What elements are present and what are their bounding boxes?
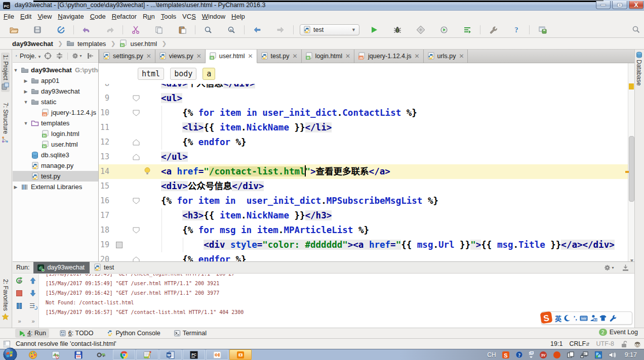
close-tab-icon[interactable]: ✕ xyxy=(415,54,420,59)
punctuation-icon[interactable]: ’, xyxy=(573,314,578,322)
tab-login.html[interactable]: Hlogin.html✕ xyxy=(302,50,355,63)
event-log-button[interactable]: 2 Event Log xyxy=(599,329,638,336)
menu-tools[interactable]: Tools xyxy=(158,11,179,22)
hide-panel-button[interactable] xyxy=(87,52,94,60)
tab-settings.py[interactable]: settings.py✕ xyxy=(99,50,155,63)
tab-test.py[interactable]: test.py✕ xyxy=(257,50,302,63)
menu-refactor[interactable]: Refactor xyxy=(109,11,140,22)
save-all-button[interactable] xyxy=(26,24,49,36)
close-tab-icon[interactable]: ✕ xyxy=(146,54,151,59)
locate-button[interactable] xyxy=(44,52,52,60)
sogou-logo-icon[interactable]: S xyxy=(540,310,553,325)
breadcrumb-templates[interactable]: templates❯ xyxy=(66,39,119,48)
intention-lightbulb-icon[interactable] xyxy=(144,167,151,176)
start-orb-icon[interactable] xyxy=(2,347,19,360)
tray-usb-tray[interactable] xyxy=(594,351,602,359)
menu-edit[interactable]: Edit xyxy=(17,11,34,22)
close-tab-icon[interactable]: ✕ xyxy=(196,54,202,59)
minimize-button[interactable] xyxy=(596,1,611,9)
maximize-button[interactable] xyxy=(612,1,627,9)
tray-dot-tray[interactable] xyxy=(553,351,561,359)
collapsed-arrow-icon[interactable]: ▶ xyxy=(23,89,28,94)
menu-window[interactable]: Window xyxy=(199,11,228,22)
taskbar-capture-app[interactable] xyxy=(229,349,252,360)
taskbar-word-app[interactable]: W xyxy=(159,349,182,360)
tray-language-indicator[interactable]: CH xyxy=(487,351,496,358)
tool-button-4--run[interactable]: 4: Run xyxy=(15,329,49,338)
taskbar-notepad-app[interactable] xyxy=(136,349,158,360)
back-button[interactable] xyxy=(246,24,269,36)
search-icon[interactable] xyxy=(632,25,640,33)
inspections-hector-icon[interactable] xyxy=(634,340,641,348)
fold-marker-icon[interactable] xyxy=(133,256,140,261)
editor-breadcrumb-body[interactable]: body xyxy=(170,68,196,80)
taskbar-photos-app[interactable] xyxy=(206,349,228,360)
fold-marker-icon[interactable] xyxy=(133,110,140,116)
person-icon[interactable]: 30 xyxy=(590,314,597,322)
find-button[interactable] xyxy=(196,24,220,36)
undo-button[interactable] xyxy=(75,24,98,36)
moon-icon[interactable] xyxy=(564,314,571,322)
run-settings-gear-icon[interactable]: ▼ xyxy=(603,264,615,272)
restore-layout-button[interactable] xyxy=(26,299,39,312)
fold-marker-icon[interactable] xyxy=(133,154,140,160)
profiler-button[interactable] xyxy=(432,24,456,36)
line-ending-widget[interactable]: CRLF⇵ xyxy=(569,340,589,347)
tree-item-External-Libraries[interactable]: ▶External Libraries xyxy=(13,182,98,192)
fold-marker-icon[interactable] xyxy=(133,227,140,234)
lock-open-icon[interactable] xyxy=(621,340,627,348)
keyboard-icon[interactable] xyxy=(580,315,588,322)
run-configuration-select[interactable]: test▼ xyxy=(300,24,359,35)
editor-scrollbar[interactable] xyxy=(629,136,634,202)
taskbar-floppy-app[interactable] xyxy=(67,349,90,360)
tool-button-favorites[interactable]: 2: Favorites xyxy=(2,279,9,321)
stop-button[interactable] xyxy=(13,287,26,299)
start-button[interactable] xyxy=(0,349,21,360)
expanded-arrow-icon[interactable]: ▼ xyxy=(23,100,28,105)
debug-button[interactable] xyxy=(386,24,409,36)
tray-clock[interactable]: 9:17 xyxy=(625,351,637,358)
run-button[interactable] xyxy=(363,24,386,36)
caret-position-widget[interactable]: 19:1 xyxy=(550,340,562,347)
menu-code[interactable]: Code xyxy=(87,11,109,22)
breadcrumb-day93wechat[interactable]: day93wechat❯ xyxy=(11,40,66,48)
tray-hiddens-icon[interactable] xyxy=(529,351,534,358)
skin-shirt-icon[interactable] xyxy=(599,314,607,322)
close-button[interactable]: X xyxy=(629,1,643,9)
close-tab-icon[interactable]: ✕ xyxy=(459,54,464,59)
run-tab-test[interactable]: test xyxy=(90,262,119,274)
tree-item-jquery-1.12.4.js[interactable]: JSjquery-1.12.4.js xyxy=(13,107,98,118)
more-actions-chevron[interactable]: » xyxy=(26,318,39,324)
tree-item-db.sqlite3[interactable]: db.sqlite3 xyxy=(13,150,98,160)
rerun-button[interactable] xyxy=(13,274,26,287)
export-settings-button[interactable] xyxy=(531,24,554,36)
tree-item-static[interactable]: ▼static xyxy=(13,97,98,107)
tree-item-manage.py[interactable]: manage.py xyxy=(13,160,98,171)
pause-button[interactable] xyxy=(13,299,26,312)
collapsed-arrow-icon[interactable]: ▶ xyxy=(13,185,18,190)
tool-button-python-console[interactable]: Python Console xyxy=(103,329,163,338)
fold-marker-icon[interactable] xyxy=(133,198,140,204)
replace-button[interactable]: a xyxy=(220,24,243,36)
collapsed-arrow-icon[interactable]: ▶ xyxy=(23,78,28,83)
tool-window-switcher-icon[interactable] xyxy=(3,340,11,348)
synchronize-button[interactable] xyxy=(49,24,72,36)
taskbar-snipping-app[interactable] xyxy=(44,349,67,360)
tray-pages-tray[interactable] xyxy=(567,351,575,359)
copy-button[interactable] xyxy=(147,24,171,36)
tree-item-app01[interactable]: ▶app01 xyxy=(13,75,98,86)
tool-button-6--todo[interactable]: 6: TODO xyxy=(56,329,97,338)
tray-security-tray[interactable]: ЗV xyxy=(539,351,547,359)
tray-help-tray[interactable]: ? xyxy=(515,351,523,358)
taskbar-chrome-app[interactable] xyxy=(113,349,135,360)
taskbar-pycharm-app[interactable]: PC xyxy=(183,349,205,360)
more-actions-chevron[interactable]: » xyxy=(13,318,26,324)
tree-item-test.py[interactable]: test.py xyxy=(13,171,98,182)
menu-run[interactable]: Run xyxy=(140,11,158,22)
taskbar-key-app[interactable] xyxy=(90,349,112,360)
tab-urls.py[interactable]: urls.py✕ xyxy=(424,50,468,63)
menu-view[interactable]: View xyxy=(34,11,55,22)
close-tab-icon[interactable]: ✕ xyxy=(292,54,297,59)
menu-navigate[interactable]: Navigate xyxy=(55,11,87,22)
tree-item-templates[interactable]: ▼templates xyxy=(13,118,98,128)
